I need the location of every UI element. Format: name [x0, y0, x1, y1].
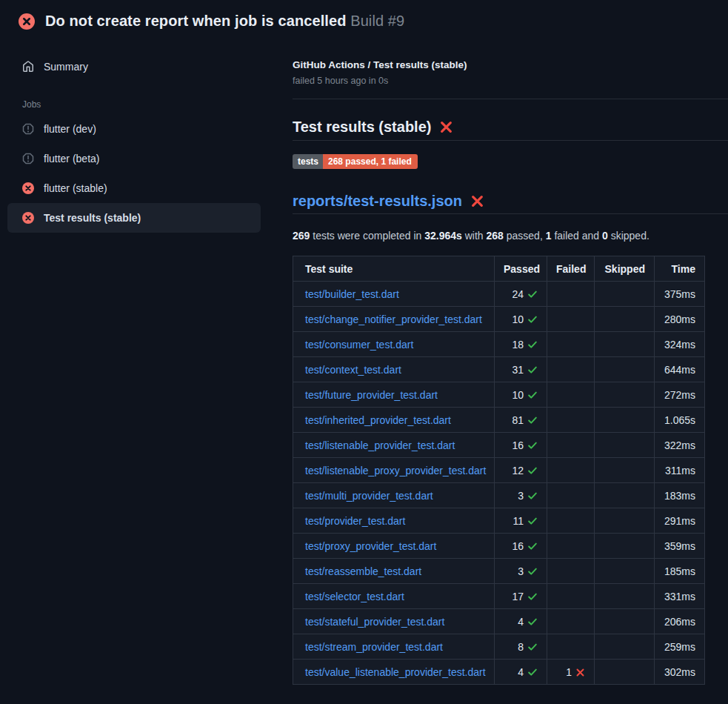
time-cell: 644ms	[655, 357, 705, 382]
time-cell: 302ms	[655, 660, 705, 685]
x-circle-fill-icon	[22, 182, 34, 194]
failed-cell: 1	[547, 660, 595, 685]
suite-cell: test/provider_test.dart	[293, 508, 495, 534]
suite-cell: test/stream_provider_test.dart	[293, 634, 495, 660]
table-row: test/listenable_proxy_provider_test.dart…	[293, 458, 705, 483]
suite-link[interactable]: test/provider_test.dart	[305, 515, 405, 527]
passed-cell: 31	[495, 357, 547, 382]
failed-x-icon	[470, 194, 484, 208]
check-icon	[527, 390, 538, 400]
check-icon	[527, 516, 538, 526]
suite-link[interactable]: test/value_listenable_provider_test.dart	[305, 666, 486, 678]
check-icon	[527, 667, 538, 677]
job-label: flutter (dev)	[44, 123, 96, 135]
passed-cell: 10	[495, 307, 547, 332]
sidebar-item-summary[interactable]: Summary	[7, 52, 261, 82]
col-header-failed: Failed	[547, 256, 595, 282]
failed-cell	[547, 357, 595, 382]
breadcrumb: GitHub Actions / Test results (stable)	[293, 59, 728, 70]
failed-cell	[547, 559, 595, 584]
failed-cell	[547, 307, 595, 332]
check-icon	[527, 339, 538, 350]
time-cell: 1.065s	[655, 408, 705, 433]
suite-link[interactable]: test/stream_provider_test.dart	[305, 641, 443, 653]
section-title: Test results (stable)	[293, 119, 431, 136]
check-icon	[527, 591, 538, 602]
section-heading: Test results (stable)	[293, 119, 728, 141]
check-icon	[527, 289, 538, 299]
col-header-skipped: Skipped	[595, 256, 655, 282]
time-cell: 311ms	[655, 458, 705, 483]
suite-cell: test/multi_provider_test.dart	[293, 483, 495, 508]
jobs-section-label: Jobs	[22, 99, 261, 110]
table-row: test/consumer_test.dart18324ms	[293, 332, 705, 357]
report-file-link[interactable]: reports/test-results.json	[293, 193, 462, 210]
suite-cell: test/listenable_provider_test.dart	[293, 433, 495, 458]
suite-link[interactable]: test/change_notifier_provider_test.dart	[305, 313, 482, 325]
skipped-cell	[595, 634, 655, 660]
suite-link[interactable]: test/listenable_provider_test.dart	[305, 439, 455, 451]
passed-cell: 18	[495, 332, 547, 357]
failed-cell	[547, 508, 595, 534]
suite-link[interactable]: test/builder_test.dart	[305, 288, 399, 300]
sidebar-item-job-0[interactable]: flutter (dev)	[7, 114, 261, 144]
count-value: 3	[518, 490, 524, 502]
suite-link[interactable]: test/proxy_provider_test.dart	[305, 540, 436, 552]
count-value: 1	[566, 666, 572, 678]
skipped-cell	[595, 508, 655, 534]
passed-cell: 4	[495, 660, 547, 685]
suite-link[interactable]: test/multi_provider_test.dart	[305, 490, 433, 502]
table-row: test/value_listenable_provider_test.dart…	[293, 660, 705, 685]
badge-label: tests	[293, 154, 323, 169]
suite-cell: test/change_notifier_provider_test.dart	[293, 307, 495, 332]
table-row: test/future_provider_test.dart10272ms	[293, 382, 705, 408]
build-number: Build #9	[350, 13, 404, 29]
cancelled-stop-icon	[22, 153, 34, 165]
suite-cell: test/reassemble_test.dart	[293, 559, 495, 584]
sidebar-item-job-2[interactable]: flutter (stable)	[7, 173, 261, 203]
passed-cell: 10	[495, 382, 547, 408]
suite-link[interactable]: test/inherited_provider_test.dart	[305, 414, 451, 426]
col-header-passed: Passed	[495, 256, 547, 282]
suite-cell: test/proxy_provider_test.dart	[293, 534, 495, 559]
count-value: 31	[512, 364, 524, 376]
table-header-row: Test suite Passed Failed Skipped Time	[293, 256, 705, 282]
suite-link[interactable]: test/stateful_provider_test.dart	[305, 616, 444, 628]
table-row: test/listenable_provider_test.dart16322m…	[293, 433, 705, 458]
suite-link[interactable]: test/context_test.dart	[305, 364, 401, 376]
check-icon	[527, 642, 538, 652]
check-icon	[527, 440, 538, 451]
time-cell: 183ms	[655, 483, 705, 508]
passed-cell: 24	[495, 282, 547, 307]
count-value: 10	[512, 313, 524, 325]
suite-link[interactable]: test/future_provider_test.dart	[305, 389, 438, 401]
suite-cell: test/value_listenable_provider_test.dart	[293, 660, 495, 685]
failed-cell	[547, 332, 595, 357]
page-title: Do not create report when job is cancell…	[45, 13, 404, 30]
suite-link[interactable]: test/reassemble_test.dart	[305, 565, 421, 577]
report-heading: reports/test-results.json	[293, 193, 728, 214]
job-label: Test results (stable)	[44, 212, 141, 224]
failed-cell	[547, 458, 595, 483]
time-cell: 259ms	[655, 634, 705, 660]
failed-cell	[547, 483, 595, 508]
skipped-cell	[595, 458, 655, 483]
skipped-cell	[595, 332, 655, 357]
suite-cell: test/context_test.dart	[293, 357, 495, 382]
sidebar-item-job-3[interactable]: Test results (stable)	[7, 203, 261, 233]
passed-cell: 81	[495, 408, 547, 433]
table-row: test/selector_test.dart17331ms	[293, 584, 705, 609]
count-value: 4	[518, 666, 524, 678]
sidebar: Summary Jobs flutter (dev)flutter (beta)…	[0, 30, 281, 233]
count-value: 24	[512, 288, 524, 300]
passed-cell: 3	[495, 559, 547, 584]
suite-link[interactable]: test/consumer_test.dart	[305, 339, 413, 351]
suite-link[interactable]: test/listenable_proxy_provider_test.dart	[305, 465, 486, 476]
check-icon	[527, 617, 538, 627]
passed-cell: 11	[495, 508, 547, 534]
table-row: test/context_test.dart31644ms	[293, 357, 705, 382]
suite-link[interactable]: test/selector_test.dart	[305, 591, 404, 602]
sidebar-item-job-1[interactable]: flutter (beta)	[7, 144, 261, 173]
failed-cell	[547, 634, 595, 660]
count-value: 16	[512, 439, 524, 451]
